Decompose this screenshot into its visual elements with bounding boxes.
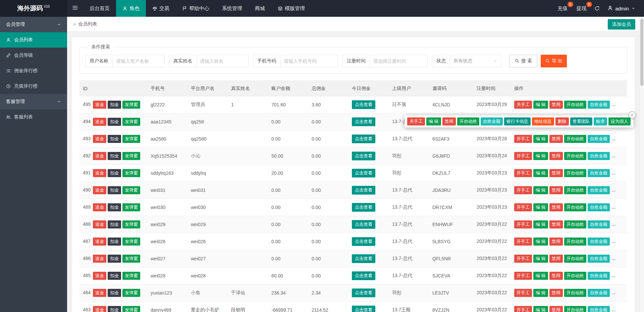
row-action-button[interactable]: 开自动抢 <box>564 306 586 312</box>
row-action-button[interactable]: 禁用 <box>549 255 563 263</box>
popup-action-button[interactable]: 地址信息 <box>532 117 554 125</box>
brand-logo[interactable]: 海外源码 V10 <box>0 0 67 17</box>
deduct-gold-button[interactable]: 扣金 <box>108 101 121 109</box>
send-popup-button[interactable]: 发弹窗 <box>122 169 140 177</box>
row-action-button[interactable]: 开手工 <box>514 169 532 177</box>
nav-item[interactable]: 模版管理 <box>271 0 311 17</box>
row-action-button[interactable]: 禁用 <box>549 203 563 211</box>
send-popup-button[interactable]: 发弹窗 <box>122 272 140 280</box>
row-action-button[interactable]: 开自动抢 <box>564 169 586 177</box>
deduct-gold-button[interactable]: 扣金 <box>108 238 121 246</box>
send-popup-button[interactable]: 发弹窗 <box>122 289 140 297</box>
view-today-commission-button[interactable]: 点击查看 <box>352 169 375 177</box>
send-popup-button[interactable]: 发弹窗 <box>122 306 140 312</box>
export-button[interactable]: 导 出 <box>541 55 567 67</box>
row-action-button[interactable]: 开自动抢 <box>564 255 586 263</box>
send-gold-button[interactable]: 送金 <box>93 118 106 126</box>
row-action-button[interactable]: 禁用 <box>549 238 563 246</box>
row-action-button[interactable]: 自抢金额 <box>588 135 610 143</box>
row-action-button[interactable]: 开自动抢 <box>564 135 586 143</box>
more-actions-button[interactable]: ... <box>612 256 616 261</box>
row-action-button[interactable]: 开手工 <box>514 289 532 297</box>
withdraw-button[interactable]: 提现 0 <box>572 0 591 17</box>
view-today-commission-button[interactable]: 点击查看 <box>352 237 375 246</box>
popup-action-button[interactable]: 自抢金额 <box>481 117 503 125</box>
more-actions-button[interactable]: ... <box>612 170 616 175</box>
row-action-button[interactable]: 编 辑 <box>533 135 548 143</box>
send-popup-button[interactable]: 发弹窗 <box>122 101 140 109</box>
status-select[interactable]: 所有状态 <box>450 55 501 67</box>
send-gold-button[interactable]: 送金 <box>93 272 106 280</box>
row-action-button[interactable]: 自抢金额 <box>588 101 610 109</box>
row-action-button[interactable]: 禁用 <box>549 152 563 160</box>
row-action-button[interactable]: 自抢金额 <box>588 220 610 228</box>
row-action-button[interactable]: 自抢金额 <box>588 238 610 246</box>
row-action-button[interactable]: 开自动抢 <box>564 186 586 194</box>
send-popup-button[interactable]: 发弹窗 <box>122 238 140 246</box>
deduct-gold-button[interactable]: 扣金 <box>108 186 121 194</box>
sidebar-item[interactable]: 会员列表 <box>0 32 67 48</box>
row-action-button[interactable]: 自抢金额 <box>588 169 610 177</box>
sidebar-item[interactable]: 佣金排行榜 <box>0 63 67 79</box>
view-today-commission-button[interactable]: 点击查看 <box>352 117 375 126</box>
deduct-gold-button[interactable]: 扣金 <box>108 272 121 280</box>
popup-close-button[interactable] <box>629 111 636 119</box>
deduct-gold-button[interactable]: 扣金 <box>108 152 121 160</box>
popup-action-button[interactable]: 关手工 <box>407 117 425 125</box>
deduct-gold-button[interactable]: 扣金 <box>108 118 121 126</box>
row-action-button[interactable]: 禁用 <box>549 169 563 177</box>
more-actions-button[interactable]: ... <box>612 187 616 193</box>
send-gold-button[interactable]: 送金 <box>93 238 106 246</box>
deduct-gold-button[interactable]: 扣金 <box>108 255 121 263</box>
row-action-button[interactable]: 关手工 <box>514 101 532 109</box>
row-action-button[interactable]: 禁用 <box>549 135 563 143</box>
send-gold-button[interactable]: 送金 <box>93 186 106 194</box>
row-action-button[interactable]: 开自动抢 <box>564 220 586 228</box>
view-today-commission-button[interactable]: 点击查看 <box>352 306 375 312</box>
row-action-button[interactable]: 自抢金额 <box>588 272 610 280</box>
row-action-button[interactable]: 开自动抢 <box>564 272 586 280</box>
more-actions-button[interactable]: ... <box>612 239 616 244</box>
send-gold-button[interactable]: 送金 <box>93 152 106 160</box>
row-action-button[interactable]: 开手工 <box>514 255 532 263</box>
popup-action-button[interactable]: 查看团队 <box>570 117 592 125</box>
more-actions-button[interactable]: ... <box>612 204 616 210</box>
row-action-button[interactable]: 自抢金额 <box>588 203 610 211</box>
row-action-button[interactable]: 开手工 <box>514 238 532 246</box>
row-action-button[interactable]: 自抢金额 <box>588 306 610 312</box>
add-member-button[interactable]: 添加会员 <box>608 19 635 30</box>
send-popup-button[interactable]: 发弹窗 <box>122 135 140 143</box>
row-action-button[interactable]: 自抢金额 <box>588 152 610 160</box>
popup-action-button[interactable]: 删除 <box>555 117 569 125</box>
search-button[interactable]: 搜 索 <box>509 55 537 67</box>
row-action-button[interactable]: 禁用 <box>549 289 563 297</box>
row-action-button[interactable]: 自抢金额 <box>588 255 610 263</box>
row-action-button[interactable]: 编 辑 <box>533 101 548 109</box>
send-popup-button[interactable]: 发弹窗 <box>122 152 140 160</box>
nav-item[interactable]: 帮助中心 <box>176 0 216 17</box>
sidebar-section-title[interactable]: 会员管理 <box>0 17 67 32</box>
row-action-button[interactable]: 编 辑 <box>533 306 548 312</box>
row-action-button[interactable]: 编 辑 <box>533 238 548 246</box>
nav-item[interactable]: 后台首页 <box>83 0 116 17</box>
send-popup-button[interactable]: 发弹窗 <box>122 203 140 211</box>
view-today-commission-button[interactable]: 点击查看 <box>352 289 375 297</box>
regtime-input[interactable] <box>370 55 428 67</box>
row-action-button[interactable]: 编 辑 <box>533 203 548 211</box>
row-action-button[interactable]: 编 辑 <box>533 152 548 160</box>
send-gold-button[interactable]: 送金 <box>93 255 106 263</box>
row-action-button[interactable]: 开手工 <box>514 272 532 280</box>
nav-item[interactable]: 商城 <box>249 0 271 17</box>
more-actions-button[interactable]: ... <box>612 153 616 158</box>
view-today-commission-button[interactable]: 点击查看 <box>352 100 375 109</box>
view-today-commission-button[interactable]: 点击查看 <box>352 186 375 195</box>
deduct-gold-button[interactable]: 扣金 <box>108 306 121 312</box>
row-action-button[interactable]: 开手工 <box>514 152 532 160</box>
send-gold-button[interactable]: 送金 <box>93 169 106 177</box>
send-gold-button[interactable]: 送金 <box>93 101 106 109</box>
send-gold-button[interactable]: 送金 <box>93 306 106 312</box>
row-action-button[interactable]: 自抢金额 <box>588 186 610 194</box>
view-today-commission-button[interactable]: 点击查看 <box>352 220 375 229</box>
row-action-button[interactable]: 编 辑 <box>533 289 548 297</box>
menu-toggle-button[interactable] <box>67 0 83 17</box>
